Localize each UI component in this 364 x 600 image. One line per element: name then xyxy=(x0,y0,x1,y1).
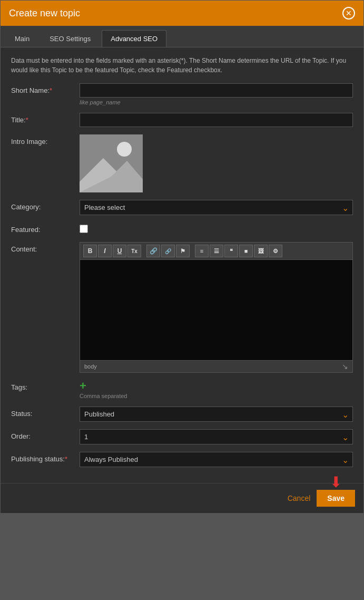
modal-body: Data must be entered into the fields mar… xyxy=(1,47,363,483)
content-row: Content: B I U Tx 🔗 🔗 ⚑ ≡ ☰ xyxy=(11,242,353,373)
table-button[interactable]: ■ xyxy=(239,245,253,257)
close-button[interactable]: ✕ xyxy=(342,7,355,20)
tags-label: Tags: xyxy=(11,380,80,391)
media-button[interactable]: ⚙ xyxy=(269,245,282,257)
title-label: Title:* xyxy=(11,113,80,124)
content-control: B I U Tx 🔗 🔗 ⚑ ≡ ☰ ❝ ■ 🖼 ⚙ xyxy=(80,242,353,373)
blockquote-button[interactable]: ❝ xyxy=(224,245,238,257)
create-topic-modal: Create new topic ✕ Main SEO Settings Adv… xyxy=(0,0,364,514)
save-button[interactable]: Save xyxy=(317,490,355,507)
category-label: Category: xyxy=(11,200,80,211)
content-editor: B I U Tx 🔗 🔗 ⚑ ≡ ☰ ❝ ■ 🖼 ⚙ xyxy=(80,242,353,373)
short-name-row: Short Name:* like page_name xyxy=(11,83,353,105)
intro-image-row: Intro Image: xyxy=(11,134,353,192)
publishing-status-control: Always Published Scheduled Never Publish… xyxy=(80,452,353,467)
category-select[interactable]: Please select Category 1 Category 2 xyxy=(80,200,353,215)
category-select-wrapper: Please select Category 1 Category 2 ⌄ xyxy=(80,200,353,215)
featured-checkbox[interactable] xyxy=(80,225,88,233)
category-control: Please select Category 1 Category 2 ⌄ xyxy=(80,200,353,215)
tab-advanced-seo[interactable]: Advanced SEO xyxy=(102,30,166,47)
resize-handle-icon[interactable]: ↘ xyxy=(342,362,348,371)
underline-button[interactable]: U xyxy=(113,245,126,257)
save-button-wrapper: ⬇ Save xyxy=(317,490,355,507)
publishing-status-row: Publishing status:* Always Published Sch… xyxy=(11,452,353,467)
title-row: Title:* xyxy=(11,113,353,127)
short-name-input[interactable] xyxy=(80,83,353,98)
editor-footer-text: body xyxy=(84,363,97,370)
order-label: Order: xyxy=(11,429,80,440)
order-select-wrapper: 1 2 3 4 5 ⌄ xyxy=(80,429,353,444)
publishing-status-select-wrapper: Always Published Scheduled Never Publish… xyxy=(80,452,353,467)
featured-label: Featured: xyxy=(11,222,80,234)
status-label: Status: xyxy=(11,407,80,418)
bold-button[interactable]: B xyxy=(83,245,97,257)
modal-title: Create new topic xyxy=(9,8,80,19)
editor-content-area[interactable] xyxy=(80,260,352,360)
status-row: Status: Published Draft Unpublished ⌄ xyxy=(11,407,353,422)
tags-control: + Comma separated xyxy=(80,380,353,399)
tags-hint: Comma separated xyxy=(80,393,353,399)
order-select[interactable]: 1 2 3 4 5 xyxy=(80,429,353,444)
modal-header: Create new topic ✕ xyxy=(1,1,363,26)
clear-format-button[interactable]: Tx xyxy=(127,245,141,257)
modal-footer: Cancel ⬇ Save xyxy=(1,483,363,513)
publishing-status-select[interactable]: Always Published Scheduled Never Publish… xyxy=(80,452,353,467)
italic-button[interactable]: I xyxy=(98,245,112,257)
featured-row: Featured: xyxy=(11,222,353,235)
status-select[interactable]: Published Draft Unpublished xyxy=(80,407,353,422)
short-name-hint: like page_name xyxy=(80,99,353,105)
category-row: Category: Please select Category 1 Categ… xyxy=(11,200,353,215)
tab-main[interactable]: Main xyxy=(6,30,38,47)
link-button[interactable]: 🔗 xyxy=(146,245,160,257)
unlink-button[interactable]: 🔗 xyxy=(161,245,175,257)
title-input[interactable] xyxy=(80,113,353,127)
tab-seo-settings[interactable]: SEO Settings xyxy=(41,30,100,47)
svg-point-1 xyxy=(117,142,132,157)
cancel-button[interactable]: Cancel xyxy=(288,494,311,502)
publishing-status-label: Publishing status:* xyxy=(11,452,80,463)
title-control xyxy=(80,113,353,127)
short-name-label: Short Name:* xyxy=(11,83,80,94)
content-label: Content: xyxy=(11,242,80,253)
intro-image-control xyxy=(80,134,353,192)
order-control: 1 2 3 4 5 ⌄ xyxy=(80,429,353,444)
status-control: Published Draft Unpublished ⌄ xyxy=(80,407,353,422)
unordered-list-button[interactable]: ☰ xyxy=(210,245,223,257)
editor-toolbar: B I U Tx 🔗 🔗 ⚑ ≡ ☰ ❝ ■ 🖼 ⚙ xyxy=(80,243,352,260)
editor-footer: body ↘ xyxy=(80,360,352,372)
tags-row: Tags: + Comma separated xyxy=(11,380,353,399)
status-select-wrapper: Published Draft Unpublished ⌄ xyxy=(80,407,353,422)
intro-image-label: Intro Image: xyxy=(11,134,80,146)
flag-button[interactable]: ⚑ xyxy=(176,245,190,257)
image-placeholder[interactable] xyxy=(80,134,143,192)
ordered-list-button[interactable]: ≡ xyxy=(195,245,209,257)
info-text: Data must be entered into the fields mar… xyxy=(11,56,353,75)
order-row: Order: 1 2 3 4 5 ⌄ xyxy=(11,429,353,444)
add-tag-button[interactable]: + xyxy=(80,380,353,392)
featured-control xyxy=(80,222,353,235)
image-button[interactable]: 🖼 xyxy=(254,245,268,257)
down-arrow-icon: ⬇ xyxy=(330,475,342,490)
short-name-control: like page_name xyxy=(80,83,353,105)
tab-bar: Main SEO Settings Advanced SEO xyxy=(1,26,363,47)
